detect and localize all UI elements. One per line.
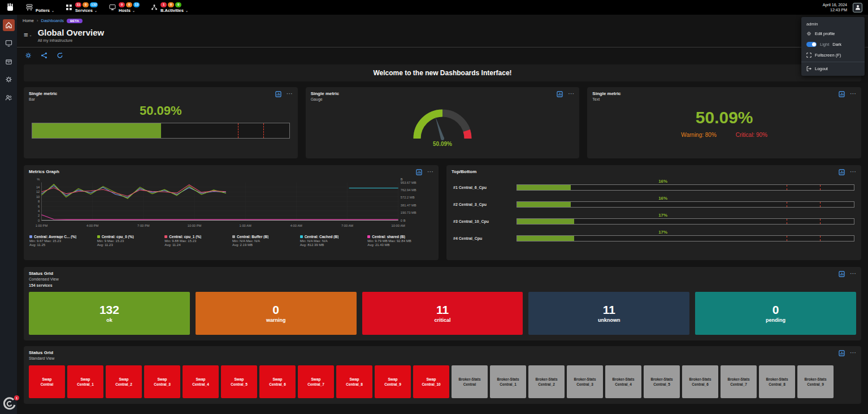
widget-title: Metrics Graph bbox=[29, 169, 59, 174]
host-name: Central_3 bbox=[576, 382, 593, 386]
status-tile[interactable]: 0 pending bbox=[695, 292, 856, 335]
widget-report-icon[interactable] bbox=[275, 91, 281, 97]
status-tile[interactable]: 11 critical bbox=[362, 292, 523, 335]
centreon-logo[interactable] bbox=[6, 3, 15, 12]
dashboard-settings-button[interactable] bbox=[25, 52, 32, 59]
service-tile[interactable]: Broker-Stats Central_6 bbox=[682, 365, 718, 398]
gauge-chart bbox=[400, 102, 485, 143]
status-badge[interactable]: 0 bbox=[119, 2, 125, 7]
service-tile[interactable]: Broker-Stats Central_9 bbox=[797, 365, 834, 398]
legend-item[interactable]: Central: Average C... (%) Min: 9.67 Max:… bbox=[29, 235, 95, 247]
widget-report-icon[interactable] bbox=[839, 350, 845, 356]
service-tile[interactable]: Swap Central_10 bbox=[413, 365, 449, 398]
status-badge[interactable]: 0 bbox=[168, 2, 174, 7]
host-name: Central_4 bbox=[615, 382, 632, 386]
service-tile[interactable]: Broker-Stats Central_5 bbox=[644, 365, 680, 398]
sidebar-item-administration[interactable] bbox=[3, 92, 15, 104]
service-tile[interactable]: Broker-Stats Central_8 bbox=[759, 365, 795, 398]
legend-color-swatch bbox=[97, 235, 100, 238]
status-badge[interactable]: 132 bbox=[90, 2, 98, 7]
service-tile[interactable]: Swap Central_7 bbox=[298, 365, 334, 398]
widget-report-icon[interactable] bbox=[839, 271, 845, 277]
refresh-button[interactable] bbox=[57, 52, 63, 59]
edit-profile-item[interactable]: Edit profile bbox=[801, 28, 865, 39]
pollers-icon bbox=[26, 4, 33, 11]
legend-item[interactable]: Central: cpu_0 (%) Min: 9 Max: 15.23 Avg… bbox=[97, 235, 163, 247]
legend-item[interactable]: Central: shared (B) Min: 9.79 MB Max: 92… bbox=[367, 235, 433, 247]
fullscreen-item[interactable]: Fullscreen (F) bbox=[801, 50, 865, 61]
status-badge[interactable]: 0 bbox=[83, 2, 89, 7]
widget-report-icon[interactable] bbox=[839, 169, 845, 175]
status-tile[interactable]: 132 ok bbox=[29, 292, 190, 335]
status-badge[interactable]: 13 bbox=[133, 2, 140, 7]
widget-title: Single metric bbox=[311, 91, 339, 96]
breadcrumb-home[interactable]: Home bbox=[23, 18, 34, 23]
more-options-icon[interactable]: ⋯ bbox=[850, 271, 856, 275]
service-tile[interactable]: Broker-Stats Central_7 bbox=[721, 365, 757, 398]
breadcrumb-dashboards[interactable]: Dashboards bbox=[41, 18, 64, 23]
menu-hosts[interactable]: 0013 Hosts⌄ bbox=[109, 2, 140, 13]
theme-toggle-switch[interactable] bbox=[806, 42, 817, 47]
service-tile[interactable]: Swap Central_3 bbox=[144, 365, 180, 398]
dashboards-list-button[interactable]: ≡⌄ bbox=[24, 32, 32, 38]
more-options-icon[interactable]: ⋯ bbox=[850, 350, 856, 355]
top-bottom-row[interactable]: #4 Central_Cpu 17% bbox=[453, 230, 854, 241]
legend-avg: Avg: 11.24 bbox=[164, 243, 230, 247]
theme-toggle-item[interactable]: Light Dark bbox=[801, 39, 865, 50]
top-bottom-row[interactable]: #2 Central_3_Cpu 16% bbox=[453, 196, 854, 208]
sidebar-item-resources[interactable] bbox=[3, 55, 15, 67]
service-tile[interactable]: Broker-Stats Central bbox=[452, 365, 488, 398]
critical-threshold-label: Critical: 90% bbox=[736, 132, 767, 138]
status-badge[interactable]: 0 bbox=[126, 2, 132, 7]
sidebar-item-home[interactable] bbox=[3, 19, 15, 31]
sidebar-item-configuration[interactable] bbox=[3, 74, 15, 85]
service-tile[interactable]: Broker-Stats Central_4 bbox=[605, 365, 641, 398]
more-options-icon[interactable]: ⋯ bbox=[850, 91, 856, 96]
logout-item[interactable]: Logout bbox=[801, 63, 865, 74]
share-button[interactable] bbox=[41, 52, 47, 59]
service-tile[interactable]: Swap Central_2 bbox=[106, 365, 142, 398]
legend-item[interactable]: Central: Cached (B) Min: N/A Max: N/A Av… bbox=[300, 235, 366, 247]
widget-report-icon[interactable] bbox=[839, 91, 845, 97]
menu-pollers[interactable]: Pollers⌄ bbox=[26, 2, 54, 13]
service-tile[interactable]: Swap Central_8 bbox=[336, 365, 372, 398]
service-tile[interactable]: Swap Central_5 bbox=[221, 365, 257, 398]
top-bottom-row[interactable]: #1 Central_6_Cpu 16% bbox=[453, 179, 854, 191]
host-name: Central_8 bbox=[346, 382, 363, 386]
service-tile[interactable]: Broker-Stats Central_3 bbox=[567, 365, 603, 398]
legend-series-name: Central: Buffer (B) bbox=[237, 235, 268, 239]
menu-services[interactable]: 110132 Services⌄ bbox=[66, 2, 98, 13]
service-name: Swap bbox=[42, 377, 52, 381]
status-tile[interactable]: 0 warning bbox=[196, 292, 357, 335]
service-tile[interactable]: Swap Central_4 bbox=[183, 365, 219, 398]
svg-text:4:00 PM: 4:00 PM bbox=[86, 224, 99, 227]
user-menu-button[interactable] bbox=[853, 3, 862, 12]
metric-value: 16% bbox=[658, 196, 854, 201]
service-tile[interactable]: Swap Central bbox=[29, 365, 65, 398]
widget-report-icon[interactable] bbox=[416, 169, 422, 175]
sidebar-item-monitoring[interactable] bbox=[3, 37, 15, 49]
svg-text:2: 2 bbox=[38, 214, 40, 217]
chart-legend: Central: Average C... (%) Min: 9.67 Max:… bbox=[24, 234, 439, 250]
more-options-icon[interactable]: ⋯ bbox=[287, 91, 293, 96]
legend-avg: Avg: 11.25 bbox=[29, 243, 95, 247]
widget-report-icon[interactable] bbox=[557, 91, 563, 97]
status-badge[interactable]: 0 bbox=[175, 2, 181, 7]
service-tile[interactable]: Broker-Stats Central_1 bbox=[490, 365, 526, 398]
service-tile[interactable]: Swap Central_9 bbox=[375, 365, 411, 398]
status-badge[interactable]: 11 bbox=[75, 2, 81, 7]
centreon-swirl-logo[interactable]: 1 bbox=[3, 397, 18, 412]
more-options-icon[interactable]: ⋯ bbox=[850, 169, 856, 174]
service-tile[interactable]: Swap Central_1 bbox=[67, 365, 103, 398]
more-options-icon[interactable]: ⋯ bbox=[427, 169, 433, 174]
status-badge[interactable]: 1 bbox=[160, 2, 167, 7]
legend-item[interactable]: Central: Buffer (B) Min: N/A Max: N/A Av… bbox=[232, 235, 298, 247]
service-tile[interactable]: Swap Central_6 bbox=[259, 365, 296, 398]
metrics-line-chart[interactable]: 1:00 PM4:00 PM7:00 PM10:00 PM1:00 AM4:00… bbox=[24, 176, 439, 234]
menu-business-activities[interactable]: 100 B.Activities⌄ bbox=[151, 2, 188, 13]
more-options-icon[interactable]: ⋯ bbox=[568, 91, 574, 96]
top-bottom-row[interactable]: #3 Central_10_Cpu 17% bbox=[453, 213, 854, 225]
service-tile[interactable]: Broker-Stats Central_2 bbox=[528, 365, 565, 398]
legend-item[interactable]: Central: cpu_1 (%) Min: 9.88 Max: 15.23 … bbox=[164, 235, 230, 247]
status-tile[interactable]: 11 unknown bbox=[528, 292, 689, 335]
